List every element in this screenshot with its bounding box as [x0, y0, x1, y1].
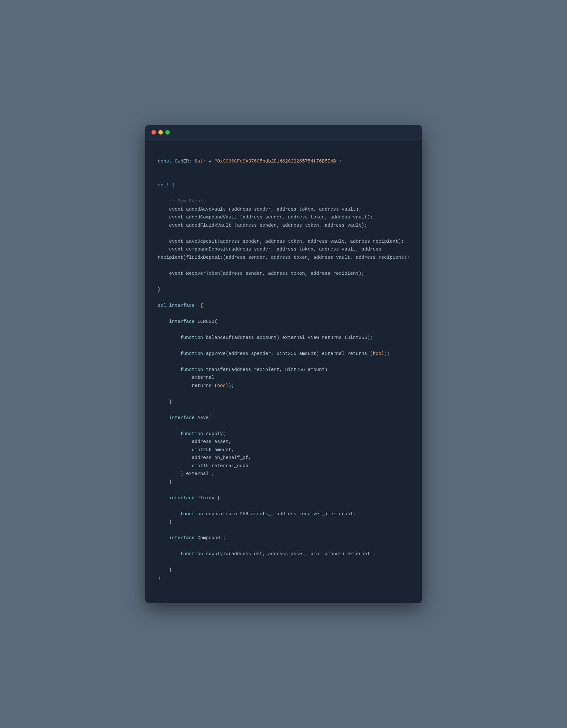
code-content: const OWNER: &str = "0x9C96CFe9A37605bdb… [145, 140, 422, 603]
close-button[interactable] [151, 130, 156, 135]
titlebar [145, 125, 422, 140]
code-editor-window: const OWNER: &str = "0x9C96CFe9A37605bdb… [145, 125, 422, 603]
maximize-button[interactable] [165, 130, 170, 135]
minimize-button[interactable] [158, 130, 163, 135]
